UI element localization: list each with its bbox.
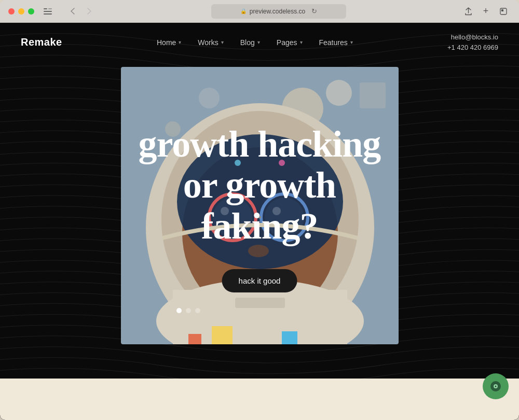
browser-titlebar: 🔒 preview.codeless.co ↻ + (0, 0, 519, 23)
chevron-down-icon: ▾ (257, 39, 260, 45)
refresh-icon[interactable]: ↻ (311, 7, 317, 15)
svg-point-8 (326, 80, 352, 106)
svg-rect-0 (44, 8, 47, 9)
svg-rect-3 (48, 8, 52, 9)
nav-blog-label: Blog (240, 38, 255, 47)
nav-home-label: Home (157, 38, 176, 47)
nav-item-features[interactable]: Features ▾ (319, 38, 353, 47)
svg-point-22 (272, 207, 281, 215)
svg-rect-4 (500, 8, 507, 15)
svg-point-24 (279, 160, 285, 166)
nav-pages-label: Pages (277, 38, 297, 47)
nav-features-label: Features (319, 38, 348, 47)
contact-email[interactable]: hello@blocks.io (447, 32, 498, 43)
chevron-down-icon: ▾ (350, 39, 353, 45)
svg-rect-30 (282, 331, 297, 344)
address-bar-wrapper: 🔒 preview.codeless.co ↻ (103, 4, 455, 19)
site-logo[interactable]: Remake (21, 36, 62, 48)
maximize-button[interactable] (28, 8, 34, 15)
url-text: preview.codeless.co (250, 8, 305, 15)
nav-works-label: Works (198, 38, 218, 47)
bottom-strip (0, 379, 519, 420)
svg-point-25 (235, 160, 241, 166)
chat-icon (490, 381, 501, 391)
svg-rect-28 (235, 298, 285, 308)
svg-point-21 (221, 207, 229, 215)
hero-image: hack it good (121, 67, 399, 344)
slider-dot-3[interactable] (195, 308, 200, 313)
close-button[interactable] (8, 8, 15, 15)
forward-button[interactable] (82, 4, 97, 19)
svg-point-19 (265, 198, 304, 237)
browser-actions: + (461, 4, 511, 19)
tab-overview-button[interactable] (496, 4, 511, 19)
share-button[interactable] (461, 4, 475, 19)
nav-links: Home ▾ Works ▾ Blog ▾ Pages ▾ Features (157, 38, 353, 47)
nav-item-blog[interactable]: Blog ▾ (240, 38, 260, 47)
chevron-down-icon: ▾ (300, 39, 303, 45)
svg-point-10 (165, 121, 181, 137)
traffic-lights (8, 8, 34, 15)
svg-rect-1 (44, 11, 52, 12)
svg-point-23 (248, 245, 269, 257)
slider-dot-1[interactable] (176, 308, 182, 313)
svg-point-17 (213, 198, 252, 237)
back-button[interactable] (65, 4, 80, 19)
hero-illustration (121, 67, 399, 344)
svg-rect-29 (212, 326, 233, 344)
cta-button[interactable]: hack it good (222, 269, 297, 292)
slider-dots (176, 308, 200, 313)
chat-action-button[interactable] (483, 373, 509, 399)
nav-item-works[interactable]: Works ▾ (198, 38, 223, 47)
svg-rect-31 (188, 334, 201, 344)
site-navigation: Remake Home ▾ Works ▾ Blog ▾ Pages ▾ (0, 23, 519, 62)
svg-rect-11 (360, 82, 386, 108)
add-tab-button[interactable]: + (479, 4, 493, 19)
nav-item-home[interactable]: Home ▾ (157, 38, 181, 47)
svg-rect-5 (501, 9, 503, 11)
chevron-down-icon: ▾ (221, 39, 224, 45)
browser-nav (65, 4, 97, 19)
minimize-button[interactable] (18, 8, 24, 15)
contact-phone: +1 420 420 6969 (447, 43, 498, 53)
lock-icon: 🔒 (240, 8, 247, 14)
svg-point-33 (495, 386, 497, 387)
chevron-down-icon: ▾ (179, 39, 181, 45)
svg-rect-2 (44, 13, 52, 15)
sidebar-toggle-button[interactable] (40, 4, 55, 19)
address-bar[interactable]: 🔒 preview.codeless.co ↻ (211, 4, 346, 19)
slider-dot-2[interactable] (186, 308, 191, 313)
svg-point-9 (199, 88, 220, 108)
hero-section: hack it good growth hacking or growth fa… (0, 62, 519, 420)
nav-item-pages[interactable]: Pages ▾ (277, 38, 303, 47)
site-contact: hello@blocks.io +1 420 420 6969 (447, 32, 498, 52)
browser-window: 🔒 preview.codeless.co ↻ + (0, 0, 519, 420)
website-content: .wave-line { fill: none; stroke: #3a3a3a… (0, 23, 519, 420)
